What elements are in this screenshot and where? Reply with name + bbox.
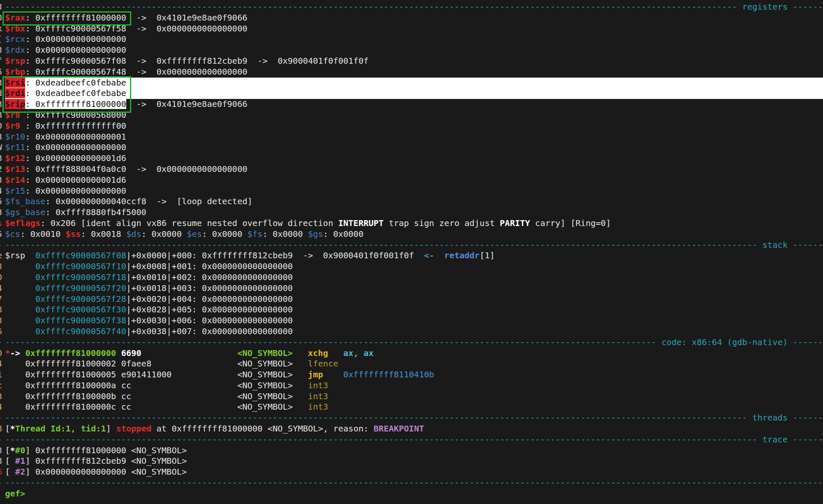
text-run: 0xffffc90000567f38 <box>35 315 126 325</box>
clipped-character-fragment: 5 <box>0 196 2 207</box>
register-row-rdx: $rdx: 0x0000000000000000 <box>5 45 823 56</box>
thread-status-row: [*Thread Id:1, tid:1] stopped at 0xfffff… <box>5 423 823 434</box>
empty-row <box>5 499 823 504</box>
text-run: $es <box>187 229 202 239</box>
text-run: stopped <box>116 423 151 434</box>
separator-dashes-tail: ------ <box>793 337 823 348</box>
text-run: $rsp <box>5 250 35 260</box>
section-title-code: code: x86:64 (gdb-native) <box>657 337 793 348</box>
text-run <box>434 250 444 260</box>
clipped-character-fragment: 1 <box>0 369 2 380</box>
register-row-r12: $r12: 0x00000000000001d6 <box>5 153 823 164</box>
text-run: : 0x206 [ident align vx86 resume nested … <box>40 218 338 228</box>
text-run: $rip <box>5 99 25 109</box>
text-run: $rax <box>5 13 25 23</box>
text-run: ] 0xffffffff81000000 <NO_SYMBOL> <box>25 445 187 455</box>
text-run: ] <box>106 423 116 434</box>
trace-frame-0: [*#0] 0xffffffff81000000 <NO_SYMBOL> <box>5 445 823 456</box>
text-run: gef> <box>5 488 25 499</box>
text-run: <- <box>424 250 434 260</box>
text-run: : 0x0000000000000001 <box>25 132 126 142</box>
text-run: ] 0xffffffff812cbeb9 <NO_SYMBOL> <box>25 456 187 466</box>
code-row-3: 0xffffffff8100000a cc <NO_SYMBOL> int3 <box>5 380 823 391</box>
clipped-character-fragment: 6 <box>0 467 2 478</box>
text-run: 0xffffc90000567f08 <box>35 250 126 260</box>
text-run: [ <box>5 467 15 477</box>
text-run: $cs <box>5 229 20 239</box>
text-run: $rdx <box>5 45 25 55</box>
text-run: : 0x0010 <box>20 229 65 239</box>
gef-terminal-screen: 30k(3f53d3803W323453s5-e3047836-041c34-8… <box>0 0 823 504</box>
text-run: $rcx <box>5 34 25 44</box>
stack-row-3: 0xffffc90000567f20|+0x0018|+003: 0x00000… <box>5 283 823 294</box>
text-run: $r8 <box>5 110 25 120</box>
clipped-character-fragment: 7 <box>0 294 2 305</box>
register-row-r10: $r10: 0x0000000000000001 <box>5 132 823 143</box>
clipped-character-fragment: - <box>0 434 2 445</box>
text-run: |+0x0000|+000: 0xffffffff812cbeb9 -> 0x9… <box>126 250 424 260</box>
clipped-character-fragment: 4 <box>0 402 2 413</box>
text-run: INTERRUPT <box>338 218 384 228</box>
text-run: : 0x0000000000000000 <box>25 34 126 44</box>
text-run: |+0x0038|+007: 0x0000000000000000 <box>126 326 293 336</box>
text-run: jmp <box>308 369 323 379</box>
text-run <box>5 294 35 304</box>
text-run: $rdi <box>5 88 25 98</box>
text-run: $fs_base <box>5 196 45 206</box>
text-run: $r9 <box>5 121 25 131</box>
text-run: #0 <box>15 445 25 455</box>
text-run: $r13 <box>5 164 25 174</box>
register-row-rsi: $rsi: 0xdeadbeefc0febabe <box>5 78 823 88</box>
text-run: [ <box>5 456 15 466</box>
text-run: * <box>5 348 10 358</box>
text-run: 0xffffffff8100000a cc <NO_SYMBOL> <box>5 380 308 390</box>
left-edge-clipped-column: 30k(3f53d3803W323453s5-e3047836-041c34-8… <box>0 2 2 504</box>
separator-threads: ----------------------------------------… <box>5 413 823 423</box>
clipped-character-fragment: 3 <box>0 45 2 56</box>
text-run: : 0x0000 <box>141 229 187 239</box>
clipped-character-fragment: 3 <box>0 153 2 164</box>
text-run: trap sign zero adjust <box>384 218 500 228</box>
text-run: 0xffffc90000567f28 <box>35 294 126 304</box>
text-run: |+0x0010|+002: 0x0000000000000000 <box>126 272 293 282</box>
text-run: $r10 <box>5 132 25 142</box>
text-run: 0xffffc90000567f10 <box>35 261 126 271</box>
text-run: ] 0x0000000000000000 <NO_SYMBOL> <box>25 467 187 477</box>
clipped-character-fragment: 6 <box>0 326 2 337</box>
register-row-rcx: $rcx: 0x0000000000000000 <box>5 34 823 45</box>
stack-row-5: 0xffffc90000567f30|+0x0028|+005: 0x00000… <box>5 304 823 315</box>
text-run: $ss <box>66 229 81 239</box>
text-run: lfence <box>308 359 338 369</box>
stack-row-2: 0xffffc90000567f18|+0x0010|+002: 0x00000… <box>5 272 823 283</box>
text-run: : 0xffffc90000567f58 -> 0x00000000000000… <box>25 23 247 34</box>
clipped-character-fragment: 3 <box>0 78 2 88</box>
clipped-character-fragment: - <box>0 337 2 348</box>
section-title-trace: trace <box>757 434 792 445</box>
text-run: $rbp <box>5 67 25 77</box>
gef-prompt-row[interactable]: gef> <box>5 488 823 499</box>
register-row-r13: $r13: 0xffff888004f0a0c0 -> 0x0000000000… <box>5 164 823 175</box>
text-run: [ <box>5 445 10 455</box>
clipped-character-fragment: 3 <box>0 391 2 402</box>
code-row-5: 0xffffffff8100000c cc <NO_SYMBOL> int3 <box>5 402 823 413</box>
text-run <box>5 315 35 325</box>
text-run: 0xffffc90000567f30 <box>35 304 126 314</box>
text-run: |+0x0028|+005: 0x0000000000000000 <box>126 304 293 314</box>
separator-dashes-tail: ------ <box>793 434 823 445</box>
clipped-character-fragment: 2 <box>0 164 2 175</box>
separator-dashes: ----------------------------------------… <box>5 434 757 445</box>
register-row-r9: $r9 : 0xffffffffffffff00 <box>5 121 823 132</box>
clipped-character-fragment: - <box>0 240 2 251</box>
text-run: [ <box>5 423 10 434</box>
text-run: 0xffffffff81000005 e901411000 <NO_SYMBOL… <box>5 369 308 379</box>
register-row-r15: $r15: 0x0000000000000000 <box>5 186 823 197</box>
register-row-eflags: $eflags: 0x206 [ident align vx86 resume … <box>5 218 823 229</box>
text-run: 0xffffffff8100000b cc <NO_SYMBOL> <box>5 391 308 401</box>
text-run: 0xffffffff8100000c cc <NO_SYMBOL> <box>5 402 308 412</box>
clipped-character-fragment: 0 <box>0 348 2 359</box>
text-run: : 0xffff888004f0a0c0 -> 0x00000000000000… <box>25 164 247 174</box>
register-row-r11: $r11: 0x0000000000000000 <box>5 142 823 153</box>
text-run: * <box>10 445 15 455</box>
text-run: PARITY <box>500 218 530 228</box>
register-row-rsp: $rsp: 0xffffc90000567f08 -> 0xffffffff81… <box>5 56 823 67</box>
